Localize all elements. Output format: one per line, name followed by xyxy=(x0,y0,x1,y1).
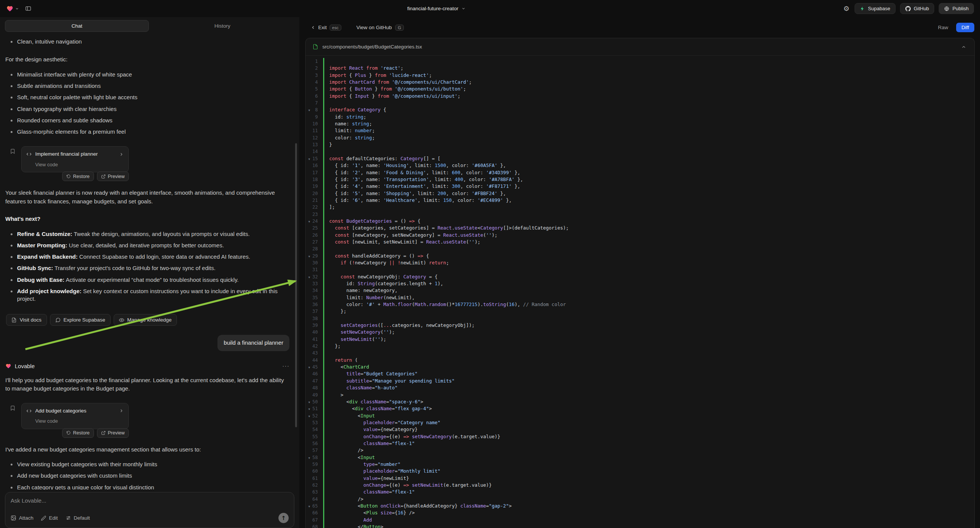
code-line-text: id: String(categories.length + 1), xyxy=(323,280,974,287)
code-line: 12 color: string; xyxy=(306,134,974,141)
publish-button[interactable]: Publish xyxy=(939,3,974,14)
line-number: 62 xyxy=(306,482,323,488)
bullet-text: Activate our experimental “chat mode” to… xyxy=(65,277,239,283)
fold-chevron-icon[interactable]: ▾ xyxy=(309,107,310,114)
line-number: 40 xyxy=(306,329,323,336)
fold-chevron-icon[interactable]: ▾ xyxy=(309,413,310,420)
code-line-text: className="flex-1" xyxy=(323,488,974,495)
code-line: ▾65 <Button onClick={handleAddCategory} … xyxy=(306,503,974,509)
preview-label: Preview xyxy=(108,430,125,436)
code-change-card[interactable]: Implement financial planner View code xyxy=(21,146,129,172)
code-line-text: const handleAddCategory = () => { xyxy=(323,253,974,259)
restore-button[interactable]: Restore xyxy=(62,172,94,181)
line-number: 25 xyxy=(306,224,323,231)
code-line: 1 xyxy=(306,58,974,65)
supabase-label: Supabase xyxy=(868,6,890,11)
code-line: 64 /> xyxy=(306,496,974,503)
code-line: 60 placeholder="Monthly limit" xyxy=(306,468,974,475)
fold-chevron-icon[interactable]: ▾ xyxy=(309,156,310,162)
send-button[interactable]: ↑ xyxy=(278,513,289,523)
fold-chevron-icon[interactable]: ▾ xyxy=(309,253,310,260)
diff-toggle-button[interactable]: Diff xyxy=(956,23,974,32)
restore-label: Restore xyxy=(73,174,90,179)
chat-tabs: Chat History xyxy=(0,17,299,34)
code-line: 56 className="flex-1" xyxy=(306,440,974,447)
code-change-card[interactable]: Add budget categories View code xyxy=(21,403,129,429)
collapse-file-button[interactable] xyxy=(960,43,967,51)
attach-button[interactable]: Attach xyxy=(11,515,33,521)
code-line: 36 color: '#' + Math.floor(Math.random()… xyxy=(306,301,974,308)
restore-button[interactable]: Restore xyxy=(62,428,94,438)
fold-chevron-icon[interactable]: ▾ xyxy=(309,503,310,510)
line-number: 35 xyxy=(306,294,323,301)
assistant-message-text: I'll help you add budget categories to t… xyxy=(5,376,286,393)
code-line: 9 id: string; xyxy=(306,114,974,121)
line-number: 42 xyxy=(306,343,323,350)
bullet-item: Refine & Customize: Tweak the design, an… xyxy=(5,230,290,238)
line-number: 4 xyxy=(306,79,323,86)
default-mode-button[interactable]: Default xyxy=(65,515,90,521)
bullet-text: Tweak the design, animations, and layout… xyxy=(74,231,250,237)
line-number: 31 xyxy=(306,266,323,273)
github-icon xyxy=(905,6,911,11)
bullet-text: Connect Supabase to add login, store dat… xyxy=(79,253,250,260)
fold-chevron-icon[interactable]: ▾ xyxy=(309,364,310,371)
line-number: 61 xyxy=(306,475,323,482)
view-code-link[interactable]: View code xyxy=(35,161,124,169)
project-switcher[interactable]: financial-future-creator xyxy=(407,0,466,17)
more-options-icon[interactable]: ··· xyxy=(282,362,290,371)
bullet-item: Rounded corners and subtle shadows xyxy=(5,117,290,124)
view-code-link[interactable]: View code xyxy=(35,417,124,425)
preview-button[interactable]: Preview xyxy=(97,172,129,181)
line-number: 20 xyxy=(306,190,323,197)
line-number: 44 xyxy=(306,357,323,364)
settings-button[interactable]: ⚙ xyxy=(843,5,850,13)
code-line-text: const BudgetCategories = () => { xyxy=(323,218,974,224)
code-line-text: setNewLimit(''); xyxy=(323,336,974,343)
default-mode-label: Default xyxy=(74,515,90,521)
code-line: 11 limit: number; xyxy=(306,127,974,134)
file-header[interactable]: src/components/budget/BudgetCategories.t… xyxy=(306,38,974,56)
bullet-item: Master Prompting: Use clear, detailed, a… xyxy=(5,242,290,249)
lovable-logo-menu[interactable] xyxy=(6,5,19,12)
chat-scrollbar[interactable] xyxy=(295,143,297,427)
line-number: 63 xyxy=(306,488,323,495)
prompt-input[interactable]: Ask Lovable... xyxy=(11,497,289,504)
fold-chevron-icon[interactable]: ▾ xyxy=(309,406,310,412)
code-change-actions: Restore Preview xyxy=(21,428,129,438)
explore-supabase-button[interactable]: Explore Supabase xyxy=(50,314,111,326)
fold-chevron-icon[interactable]: ▾ xyxy=(309,274,310,281)
line-number: 54 xyxy=(306,426,323,433)
tab-chat[interactable]: Chat xyxy=(5,20,149,32)
raw-toggle-button[interactable]: Raw xyxy=(934,23,952,32)
code-line: 41 setNewLimit(''); xyxy=(306,336,974,343)
preview-button[interactable]: Preview xyxy=(97,428,129,438)
sidebar-panel-icon xyxy=(25,5,32,12)
code-line-text: placeholder="Monthly limit" xyxy=(323,468,974,475)
line-number: ▾52 xyxy=(306,412,323,419)
fold-chevron-icon[interactable]: ▾ xyxy=(309,218,310,225)
toggle-sidebar-button[interactable] xyxy=(25,5,32,12)
chevron-left-icon xyxy=(311,25,315,30)
bookmark-icon[interactable] xyxy=(10,148,16,154)
view-on-github-button[interactable]: View on GitHub G xyxy=(356,25,404,31)
bookmark-icon[interactable] xyxy=(10,405,16,411)
code-line: 34 name: newCategory, xyxy=(306,287,974,294)
supabase-button[interactable]: Supabase xyxy=(854,3,896,14)
line-number: 22 xyxy=(306,204,323,211)
exit-label: Exit xyxy=(318,25,327,30)
manage-knowledge-button[interactable]: Manage knowledge xyxy=(114,314,177,326)
line-number: 57 xyxy=(306,447,323,454)
github-button[interactable]: GitHub xyxy=(900,3,934,14)
code-line-text: const [newCategory, setNewCategory] = Re… xyxy=(323,232,974,239)
exit-button[interactable]: Exit esc xyxy=(311,25,341,31)
edit-mode-button[interactable]: Edit xyxy=(41,515,57,521)
line-number: 5 xyxy=(306,86,323,92)
code-line: 39 setCategories([...categories, newCate… xyxy=(306,322,974,329)
bullet-item: Each category gets a unique color for vi… xyxy=(5,484,290,490)
docs-icon xyxy=(11,317,17,323)
fold-chevron-icon[interactable]: ▾ xyxy=(309,455,310,461)
visit-docs-button[interactable]: Visit docs xyxy=(6,314,47,326)
tab-history[interactable]: History xyxy=(150,20,294,32)
fold-chevron-icon[interactable]: ▾ xyxy=(309,399,310,406)
